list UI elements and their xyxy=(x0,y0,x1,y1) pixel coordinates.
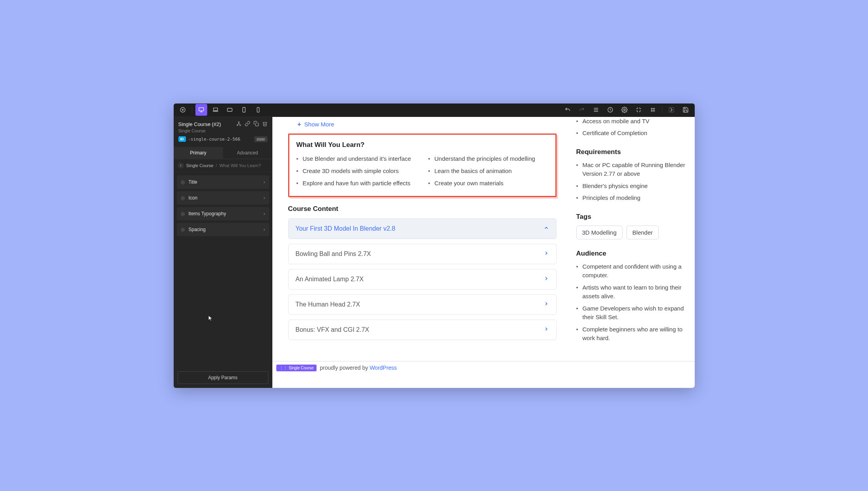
svg-point-22 xyxy=(237,124,238,125)
delete-icon[interactable] xyxy=(262,121,268,128)
breadcrumb-back-button[interactable] xyxy=(178,162,184,169)
device-tablet-portrait-button[interactable] xyxy=(238,104,250,116)
undo-button[interactable] xyxy=(562,104,574,116)
sidebar-title: Single Course (#2) xyxy=(178,121,221,127)
svg-rect-8 xyxy=(227,108,232,111)
cursor-icon xyxy=(208,314,213,322)
tab-primary[interactable]: Primary xyxy=(174,147,223,159)
wordpress-link[interactable]: WordPress xyxy=(369,365,397,371)
learn-item: Create 3D models with simple colors xyxy=(296,167,416,175)
separator xyxy=(192,106,192,113)
device-desktop-button[interactable] xyxy=(195,104,207,116)
apply-params-button[interactable]: Apply Params xyxy=(178,371,268,384)
footer-element-badge[interactable]: ⋮⋮ Single Course xyxy=(276,365,317,371)
element-id-text[interactable]: -single-course-2-566 xyxy=(188,137,252,142)
tag-chip[interactable]: Blender xyxy=(626,226,659,239)
plus-icon: + xyxy=(298,121,301,128)
add-button[interactable] xyxy=(177,104,189,116)
breadcrumb-root[interactable]: Single Course xyxy=(186,163,214,168)
chevron-up-icon xyxy=(544,225,549,232)
audience-item: Competent and confident with using a com… xyxy=(576,262,687,280)
hierarchy-icon[interactable] xyxy=(236,121,242,128)
breadcrumb-current: What Will You Learn? xyxy=(219,163,261,168)
save-button[interactable] xyxy=(680,104,692,116)
course-content-title: Course Content xyxy=(288,205,557,213)
learn-item: Learn the basics of animation xyxy=(428,167,548,175)
course-section[interactable]: Bowling Ball and Pins 2.7X xyxy=(288,244,557,264)
show-more-label: Show More xyxy=(304,121,334,128)
canvas-footer: ⋮⋮ Single Course proudly powered by Word… xyxy=(272,361,695,374)
audience-title: Audience xyxy=(576,250,687,258)
target-icon: ◎ xyxy=(181,195,185,201)
breadcrumbs: Single Course / What Will You Learn? xyxy=(174,159,272,172)
tab-advanced[interactable]: Advanced xyxy=(223,147,272,159)
panel-label: Icon xyxy=(189,195,198,201)
svg-rect-10 xyxy=(257,107,259,112)
panel-spacing[interactable]: ◎ Spacing › xyxy=(177,223,269,236)
learn-item: Explore and have fun with particle effec… xyxy=(296,179,416,187)
structure-button[interactable] xyxy=(590,104,602,116)
footer-text: proudly powered by WordPress xyxy=(320,365,397,371)
link-icon[interactable] xyxy=(245,121,250,128)
state-chip[interactable]: state xyxy=(254,136,268,142)
chevron-right-icon xyxy=(544,301,549,308)
show-more-button[interactable]: + Show More xyxy=(288,119,557,134)
redo-button[interactable] xyxy=(576,104,588,116)
feature-item: Access on mobile and TV xyxy=(576,117,687,126)
svg-rect-20 xyxy=(669,107,674,112)
svg-rect-24 xyxy=(255,123,259,126)
sidebar-tabs: Primary Advanced xyxy=(174,147,272,159)
device-mobile-button[interactable] xyxy=(252,104,264,116)
what-will-you-learn-block[interactable]: What Will You Learn? Use Blender and und… xyxy=(288,134,557,197)
course-section-title: The Human Head 2.7X xyxy=(296,301,360,308)
sidebar-subtitle: Single Course xyxy=(178,128,268,133)
tags-title: Tags xyxy=(576,213,687,221)
panel-list: ◎ Title › ◎ Icon › ◎ Items Typography › … xyxy=(174,172,272,239)
course-section[interactable]: An Animated Lamp 2.7X xyxy=(288,269,557,290)
footer-badge-label: Single Course xyxy=(289,366,314,370)
requirements-title: Requirements xyxy=(576,148,687,156)
features-list: Access on mobile and TV Certificate of C… xyxy=(576,117,687,138)
svg-rect-6 xyxy=(213,108,217,111)
audience-item: Complete beginners who are willing to wo… xyxy=(576,325,687,343)
svg-rect-3 xyxy=(199,108,204,111)
target-icon: ◎ xyxy=(181,227,185,232)
duplicate-icon[interactable] xyxy=(253,121,259,128)
panel-icon[interactable]: ◎ Icon › xyxy=(177,191,269,205)
course-section-title: An Animated Lamp 2.7X xyxy=(296,276,364,283)
audience-item: Game Developers who wish to expand their… xyxy=(576,304,687,322)
svg-point-15 xyxy=(624,109,625,111)
panel-title[interactable]: ◎ Title › xyxy=(177,175,269,189)
device-laptop-button[interactable] xyxy=(210,104,221,116)
audience-item: Artists who want to learn to bring their… xyxy=(576,283,687,301)
code-button[interactable] xyxy=(633,104,645,116)
audience-list: Competent and confident with using a com… xyxy=(576,262,687,343)
requirements-list: Mac or PC capable of Running Blender Ver… xyxy=(576,161,687,203)
settings-button[interactable] xyxy=(619,104,630,116)
learn-list: Use Blender and understand it's interfac… xyxy=(296,154,548,187)
course-section[interactable]: Bonus: VFX and CGI 2.7X xyxy=(288,320,557,340)
chevron-right-icon: › xyxy=(264,179,265,185)
course-section-title: Bowling Ball and Pins 2.7X xyxy=(296,250,371,258)
requirement-item: Blender's physics engine xyxy=(576,182,687,191)
export-button[interactable] xyxy=(666,104,677,116)
breadcrumb-separator: / xyxy=(216,163,217,168)
target-icon: ◎ xyxy=(181,211,185,216)
drag-handle-icon: ⋮⋮ xyxy=(279,366,287,370)
svg-rect-9 xyxy=(242,107,245,112)
course-section[interactable]: Your First 3D Model In Blender v2.8 xyxy=(288,218,557,239)
course-section[interactable]: The Human Head 2.7X xyxy=(288,294,557,315)
canvas[interactable]: + Show More What Will You Learn? Use Ble… xyxy=(272,117,695,388)
requirement-item: Principles of modeling xyxy=(576,194,687,203)
tags-row: 3D Modelling Blender xyxy=(576,226,687,239)
separator xyxy=(662,106,662,113)
grid-button[interactable] xyxy=(647,104,659,116)
chevron-right-icon xyxy=(544,276,549,283)
course-sections-accordion: Your First 3D Model In Blender v2.8 Bowl… xyxy=(288,218,557,340)
history-button[interactable] xyxy=(604,104,616,116)
target-icon: ◎ xyxy=(181,179,185,185)
panel-items-typography[interactable]: ◎ Items Typography › xyxy=(177,207,269,220)
device-tablet-landscape-button[interactable] xyxy=(224,104,236,116)
panel-label: Spacing xyxy=(189,227,206,232)
tag-chip[interactable]: 3D Modelling xyxy=(576,226,623,239)
